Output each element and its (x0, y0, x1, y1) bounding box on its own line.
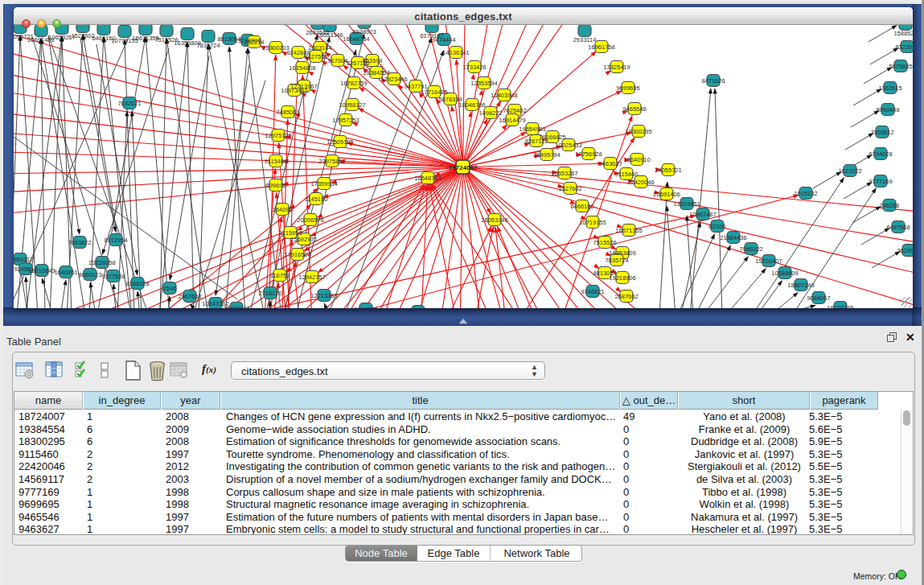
svg-text:1498222: 1498222 (478, 109, 502, 117)
svg-text:7632621: 7632621 (117, 100, 141, 107)
svg-text:19654983: 19654983 (519, 126, 545, 133)
svg-text:13325419: 13325419 (603, 64, 630, 71)
svg-text:853594: 853594 (362, 57, 382, 64)
svg-text:7663822: 7663822 (68, 239, 91, 246)
svg-text:20691406: 20691406 (653, 191, 680, 198)
svg-text:18724007: 18724007 (449, 164, 478, 171)
svg-text:116753: 116753 (270, 272, 290, 279)
svg-text:8427552: 8427552 (304, 53, 327, 60)
svg-text:12942757: 12942757 (298, 274, 325, 281)
svg-text:9699695: 9699695 (616, 84, 639, 92)
svg-text:7485003: 7485003 (276, 109, 299, 116)
svg-text:16782759: 16782759 (340, 80, 367, 87)
svg-text:9465546: 9465546 (622, 105, 646, 113)
svg-text:9115460: 9115460 (615, 171, 639, 178)
svg-text:17957253: 17957253 (332, 117, 359, 124)
svg-text:9146821: 9146821 (581, 288, 604, 295)
svg-text:10654112: 10654112 (14, 256, 33, 263)
svg-text:10756928: 10756928 (575, 150, 602, 158)
svg-text:2687662: 2687662 (614, 293, 638, 300)
svg-text:9084067: 9084067 (807, 295, 830, 302)
svg-text:2967608: 2967608 (178, 293, 201, 300)
svg-text:9115460: 9115460 (265, 158, 288, 165)
svg-text:252214: 252214 (244, 39, 264, 46)
svg-text:9463627: 9463627 (598, 160, 622, 167)
svg-text:28495794: 28495794 (533, 151, 560, 159)
svg-text:23226058: 23226058 (88, 259, 115, 266)
svg-text:13524851: 13524851 (673, 200, 700, 208)
svg-text:16961758: 16961758 (588, 43, 614, 51)
svg-text:6497568: 6497568 (886, 224, 910, 231)
svg-text:26053346: 26053346 (481, 216, 507, 224)
svg-text:20206576: 20206576 (297, 216, 323, 224)
svg-text:15692971: 15692971 (290, 236, 317, 243)
svg-text:9474444: 9474444 (432, 36, 455, 43)
svg-text:16353809: 16353809 (609, 249, 635, 257)
svg-text:8938923: 8938923 (352, 28, 376, 35)
svg-text:1733426: 1733426 (462, 64, 486, 71)
svg-text:18300295: 18300295 (625, 128, 651, 135)
svg-text:2603144: 2603144 (308, 44, 331, 51)
svg-text:18640910: 18640910 (623, 156, 650, 163)
svg-text:10807487: 10807487 (689, 211, 716, 218)
svg-text:9777169: 9777169 (869, 178, 892, 185)
svg-text:3624554: 3624554 (897, 247, 913, 254)
svg-text:8990448: 8990448 (876, 106, 899, 113)
svg-text:1010755: 1010755 (354, 306, 377, 309)
svg-text:8186328: 8186328 (125, 280, 149, 287)
svg-text:10719155: 10719155 (579, 219, 606, 226)
svg-text:19218906: 19218906 (609, 274, 635, 282)
svg-text:10025433: 10025433 (555, 142, 581, 149)
svg-text:17716485: 17716485 (421, 89, 447, 96)
svg-text:10046786: 10046786 (458, 101, 485, 109)
svg-text:10958127: 10958127 (339, 101, 365, 109)
svg-text:12213363: 12213363 (310, 292, 337, 299)
svg-text:21364436: 21364436 (720, 234, 746, 241)
svg-text:6322037: 6322037 (895, 43, 913, 51)
svg-text:1615132: 1615132 (794, 190, 817, 197)
svg-text:1621022: 1621022 (838, 167, 861, 175)
svg-text:10973493: 10973493 (281, 87, 307, 94)
svg-text:1145190: 1145190 (305, 196, 328, 203)
svg-text:2718170: 2718170 (258, 290, 281, 297)
svg-text:10653267: 10653267 (551, 170, 577, 177)
svg-text:12505195: 12505195 (326, 138, 353, 146)
svg-text:23420046: 23420046 (223, 305, 249, 309)
svg-text:164095: 164095 (272, 206, 292, 213)
svg-text:1362615: 1362615 (878, 84, 901, 92)
svg-text:23975857: 23975857 (318, 158, 345, 165)
svg-text:16671355: 16671355 (615, 227, 642, 234)
svg-text:1640951: 1640951 (54, 269, 77, 276)
svg-text:7955812: 7955812 (870, 129, 893, 136)
svg-text:16210643: 16210643 (28, 267, 55, 274)
svg-text:7625402: 7625402 (503, 107, 526, 114)
svg-text:1527602: 1527602 (71, 32, 94, 39)
svg-text:15720407: 15720407 (755, 257, 782, 265)
svg-text:12353594: 12353594 (470, 80, 497, 87)
svg-text:22420046: 22420046 (627, 179, 654, 186)
svg-text:17359934: 17359934 (310, 180, 337, 187)
svg-text:12975125: 12975125 (265, 132, 291, 139)
svg-text:8660123: 8660123 (78, 271, 101, 278)
svg-text:8471626: 8471626 (701, 77, 725, 84)
svg-text:2546: 2546 (163, 285, 177, 292)
svg-text:8267110: 8267110 (525, 138, 548, 145)
svg-text:16403948: 16403948 (491, 92, 517, 99)
svg-text:62160: 62160 (709, 223, 726, 230)
svg-text:25300203: 25300203 (262, 44, 289, 51)
svg-text:1588520: 1588520 (893, 30, 913, 37)
svg-text:699695: 699695 (265, 182, 285, 189)
svg-text:5875685: 5875685 (889, 63, 912, 70)
svg-text:917004: 917004 (327, 57, 347, 64)
svg-text:7835724: 7835724 (196, 42, 220, 49)
svg-text:1527602: 1527602 (558, 185, 581, 192)
svg-text:14136141: 14136141 (442, 49, 469, 56)
svg-text:16154808: 16154808 (289, 64, 315, 72)
svg-text:10688609: 10688609 (771, 270, 798, 277)
svg-text:7515526: 7515526 (593, 239, 616, 246)
svg-text:746266: 746266 (879, 202, 899, 209)
svg-text:16914479: 16914479 (499, 117, 525, 124)
svg-text:18807249: 18807249 (787, 282, 814, 289)
svg-text:3454749: 3454749 (406, 308, 429, 309)
svg-text:6794028: 6794028 (869, 150, 892, 158)
